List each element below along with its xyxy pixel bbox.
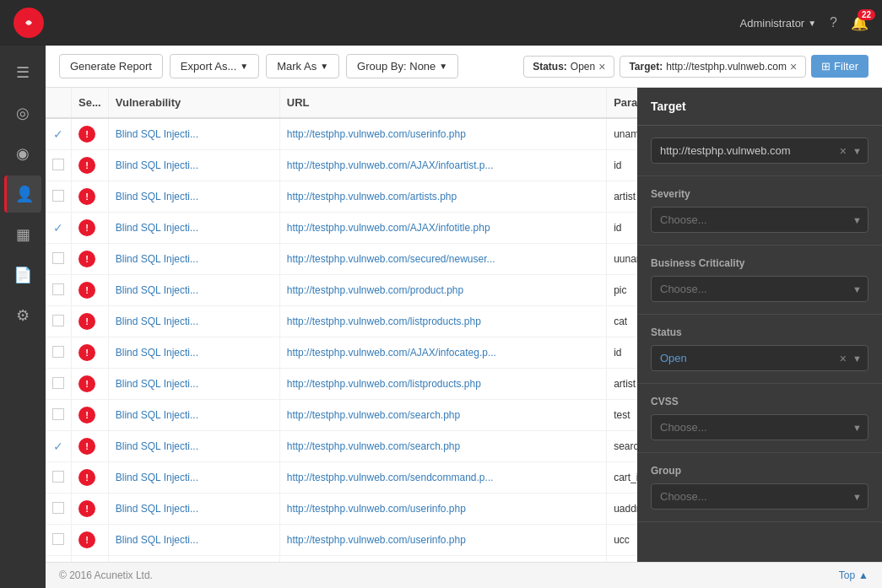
vulnerability-link[interactable]: Blind SQL Injecti... <box>116 534 198 546</box>
row-checkbox-cell[interactable] <box>46 244 72 275</box>
col-vulnerability[interactable]: Vulnerability <box>108 88 279 118</box>
row-checkbox-cell[interactable]: ✓ <box>46 431 72 462</box>
filter-button[interactable]: ⊞ Filter <box>811 55 868 78</box>
row-url-cell[interactable]: http://testphp.vulnweb.com/listproducts.… <box>279 369 606 400</box>
row-checkbox-cell[interactable] <box>46 462 72 494</box>
notifications-button[interactable]: 🔔 22 <box>851 14 868 32</box>
sidebar-item-dashboard[interactable]: ◎ <box>4 94 41 132</box>
row-url-cell[interactable]: http://testphp.vulnweb.com/secured/newus… <box>279 244 606 275</box>
row-checkbox-cell[interactable] <box>46 400 72 431</box>
business-criticality-input[interactable] <box>651 276 868 302</box>
row-checkbox-cell[interactable] <box>46 525 72 556</box>
group-by-button[interactable]: Group By: None ▼ <box>346 54 458 78</box>
row-url-cell[interactable]: http://testphp.vulnweb.com/AJAX/infoarti… <box>279 150 606 181</box>
vulnerability-link[interactable]: Blind SQL Injecti... <box>116 284 198 296</box>
row-vulnerability-cell[interactable]: Blind SQL Injecti... <box>108 337 279 369</box>
vulnerability-link[interactable]: Blind SQL Injecti... <box>116 347 198 359</box>
row-vulnerability-cell[interactable]: Blind SQL Injecti... <box>108 494 279 525</box>
row-vulnerability-cell[interactable]: Blind SQL Injecti... <box>108 150 279 181</box>
vulnerability-link[interactable]: Blind SQL Injecti... <box>116 409 198 421</box>
url-link[interactable]: http://testphp.vulnweb.com/product.php <box>287 284 463 296</box>
export-as-button[interactable]: Export As... ▼ <box>170 54 259 78</box>
url-link[interactable]: http://testphp.vulnweb.com/listproducts.… <box>287 378 481 390</box>
vulnerability-link[interactable]: Blind SQL Injecti... <box>116 128 198 140</box>
vulnerability-link[interactable]: Blind SQL Injecti... <box>116 472 198 483</box>
row-url-cell[interactable]: http://testphp.vulnweb.com/artists.php <box>279 181 606 213</box>
vulnerability-link[interactable]: Blind SQL Injecti... <box>116 191 198 202</box>
vulnerability-link[interactable]: Blind SQL Injecti... <box>116 440 198 452</box>
sidebar-item-menu[interactable]: ☰ <box>4 54 41 91</box>
row-checkbox-cell[interactable] <box>46 275 72 306</box>
row-url-cell[interactable]: http://testphp.vulnweb.com/listproducts.… <box>279 306 606 337</box>
vulnerability-link[interactable]: Blind SQL Injecti... <box>116 503 198 515</box>
url-link[interactable]: http://testphp.vulnweb.com/sendcommand.p… <box>287 472 494 483</box>
row-checkbox-cell[interactable] <box>46 369 72 400</box>
mark-as-button[interactable]: Mark As ▼ <box>266 54 339 78</box>
row-checkbox-cell[interactable]: ✓ <box>46 213 72 244</box>
vulnerability-link[interactable]: Blind SQL Injecti... <box>116 253 198 265</box>
col-url[interactable]: URL <box>279 88 606 118</box>
generate-report-button[interactable]: Generate Report <box>59 54 163 78</box>
url-link[interactable]: http://testphp.vulnweb.com/search.php <box>287 440 460 452</box>
row-vulnerability-cell[interactable]: Blind SQL Injecti... <box>108 369 279 400</box>
sidebar-item-issues[interactable]: 📄 <box>4 256 41 294</box>
target-clear-button[interactable]: × <box>840 144 847 158</box>
row-url-cell[interactable]: http://testphp.vulnweb.com/userinfo.php <box>279 494 606 525</box>
url-link[interactable]: http://testphp.vulnweb.com/listproducts.… <box>287 316 481 327</box>
row-url-cell[interactable]: http://testphp.vulnweb.com/search.php <box>279 400 606 431</box>
row-checkbox-cell[interactable] <box>46 556 72 563</box>
row-vulnerability-cell[interactable]: Blind SQL Injecti... <box>108 244 279 275</box>
row-url-cell[interactable]: http://testphp.vulnweb.com/search.php <box>279 431 606 462</box>
vulnerability-link[interactable]: Blind SQL Injecti... <box>116 159 198 171</box>
col-severity[interactable]: Se... <box>72 88 109 118</box>
admin-menu[interactable]: Administrator ▼ <box>740 17 816 30</box>
url-link[interactable]: http://testphp.vulnweb.com/artists.php <box>287 191 457 202</box>
cvss-input[interactable] <box>651 414 868 440</box>
url-link[interactable]: http://testphp.vulnweb.com/search.php <box>287 409 460 421</box>
group-input[interactable] <box>651 483 868 510</box>
row-vulnerability-cell[interactable]: Blind SQL Injecti... <box>108 525 279 556</box>
url-link[interactable]: http://testphp.vulnweb.com/AJAX/infoarti… <box>287 159 494 171</box>
row-vulnerability-cell[interactable]: Blind SQL Injecti... <box>108 400 279 431</box>
status-filter-close[interactable]: × <box>598 61 605 73</box>
row-vulnerability-cell[interactable]: Blind SQL Injecti... <box>108 181 279 213</box>
row-vulnerability-cell[interactable]: Blind SQL Injecti... <box>108 556 279 563</box>
row-vulnerability-cell[interactable]: Blind SQL Injecti... <box>108 118 279 150</box>
brand-logo[interactable] <box>14 8 44 38</box>
vulnerability-link[interactable]: Blind SQL Injecti... <box>116 222 198 234</box>
top-button[interactable]: Top ▲ <box>839 569 868 581</box>
vulnerability-link[interactable]: Blind SQL Injecti... <box>116 378 198 390</box>
url-link[interactable]: http://testphp.vulnweb.com/userinfo.php <box>287 534 466 546</box>
row-url-cell[interactable]: http://testphp.vulnweb.com/product.php <box>279 275 606 306</box>
sidebar-item-targets[interactable]: ◉ <box>4 135 41 172</box>
url-link[interactable]: http://testphp.vulnweb.com/AJAX/infotitl… <box>287 222 490 234</box>
row-url-cell[interactable]: http://testphp.vulnweb.com/AJAX/infotitl… <box>279 213 606 244</box>
row-url-cell[interactable]: http://testphp.vulnweb.com/AJAX/infocate… <box>279 337 606 369</box>
target-input[interactable] <box>651 138 868 164</box>
row-vulnerability-cell[interactable]: Blind SQL Injecti... <box>108 462 279 494</box>
url-link[interactable]: http://testphp.vulnweb.com/secured/newus… <box>287 253 495 265</box>
sidebar-item-settings[interactable]: ⚙ <box>4 297 41 334</box>
status-input[interactable] <box>651 345 868 371</box>
row-checkbox-cell[interactable] <box>46 150 72 181</box>
row-url-cell[interactable]: http://testphp.vulnweb.com/userinfo.php <box>279 525 606 556</box>
row-checkbox-cell[interactable] <box>46 494 72 525</box>
status-clear-button[interactable]: × <box>840 352 847 365</box>
row-checkbox-cell[interactable]: ✓ <box>46 118 72 150</box>
url-link[interactable]: http://testphp.vulnweb.com/userinfo.php <box>287 503 466 515</box>
url-link[interactable]: http://testphp.vulnweb.com/AJAX/infocate… <box>287 347 496 359</box>
url-link[interactable]: http://testphp.vulnweb.com/userinfo.php <box>287 128 466 140</box>
row-checkbox-cell[interactable] <box>46 337 72 369</box>
row-url-cell[interactable]: http://testphp.vulnweb.com/sendcommand.p… <box>279 462 606 494</box>
row-url-cell[interactable]: http://testphp.vulnweb.com/userinfo.php <box>279 118 606 150</box>
row-vulnerability-cell[interactable]: Blind SQL Injecti... <box>108 431 279 462</box>
row-vulnerability-cell[interactable]: Blind SQL Injecti... <box>108 213 279 244</box>
row-vulnerability-cell[interactable]: Blind SQL Injecti... <box>108 275 279 306</box>
row-checkbox-cell[interactable] <box>46 306 72 337</box>
sidebar-item-reports[interactable]: ▦ <box>4 216 41 253</box>
target-filter-close[interactable]: × <box>790 61 797 73</box>
vulnerability-link[interactable]: Blind SQL Injecti... <box>116 316 198 327</box>
row-checkbox-cell[interactable] <box>46 181 72 213</box>
severity-input[interactable] <box>651 207 868 233</box>
row-url-cell[interactable]: http://testphp.vulnweb.com/cart.php <box>279 556 606 563</box>
